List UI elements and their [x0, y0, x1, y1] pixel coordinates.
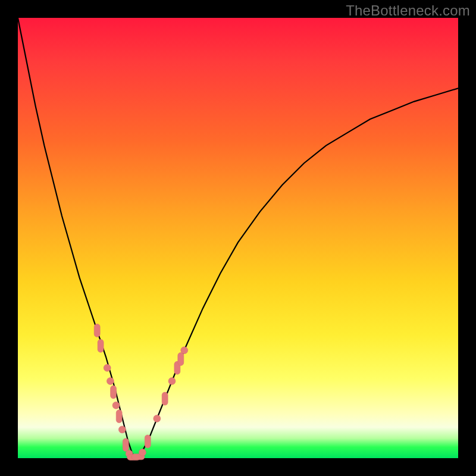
watermark-text: TheBottleneck.com	[346, 2, 470, 19]
curve-marker	[145, 435, 151, 448]
curve-marker	[116, 410, 122, 423]
bottleneck-curve-line	[18, 18, 458, 458]
curve-marker	[107, 378, 114, 385]
curve-marker	[181, 347, 188, 354]
curve-marker	[98, 339, 104, 352]
curve-marker	[123, 439, 129, 452]
chart-svg	[18, 18, 458, 458]
curve-marker	[112, 402, 120, 409]
curve-marker	[168, 378, 176, 385]
chart-frame: TheBottleneck.com	[0, 0, 476, 476]
curve-markers-group	[94, 324, 188, 460]
plot-area	[18, 18, 458, 458]
curve-marker	[104, 364, 111, 371]
curve-marker	[139, 449, 146, 456]
curve-marker	[154, 415, 161, 422]
curve-marker	[118, 426, 126, 433]
curve-marker	[94, 324, 100, 337]
curve-marker	[162, 392, 168, 405]
curve-marker	[178, 353, 184, 366]
curve-marker	[111, 386, 117, 399]
